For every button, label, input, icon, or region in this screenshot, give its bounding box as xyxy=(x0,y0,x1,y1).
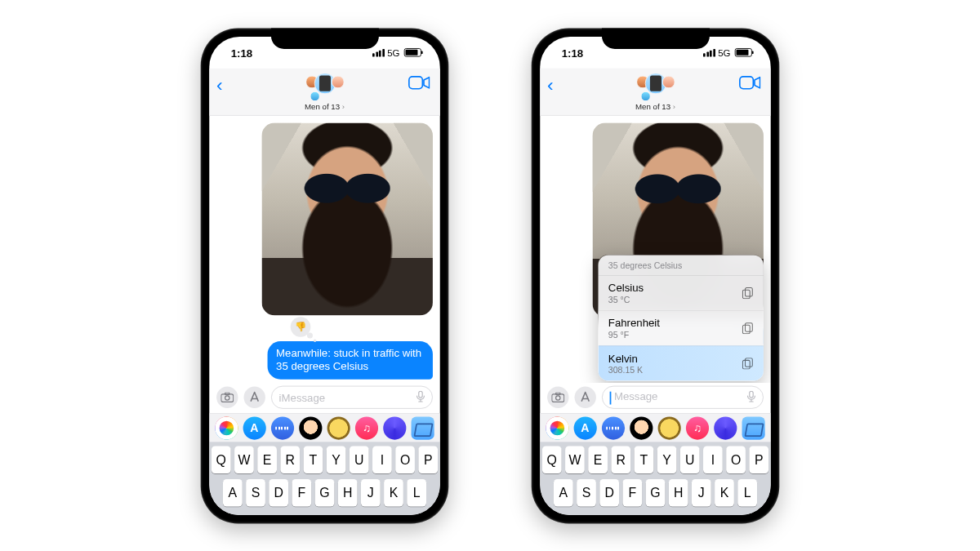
iphone-left: 1:18 5G ‹ Men of 13 xyxy=(201,28,449,523)
key-g[interactable]: G xyxy=(646,479,666,506)
app-strip[interactable] xyxy=(209,413,439,442)
conversion-row[interactable]: Fahrenheit 95 °F xyxy=(599,310,764,345)
back-button[interactable]: ‹ xyxy=(547,73,554,96)
app-swirl[interactable] xyxy=(383,416,406,439)
key-g[interactable]: G xyxy=(315,479,335,506)
keyboard-row-2: ASDFGHJKL xyxy=(542,479,768,506)
message-input[interactable]: iMessage xyxy=(271,385,433,408)
mic-icon[interactable] xyxy=(416,390,425,404)
key-p[interactable]: P xyxy=(749,446,768,473)
key-k[interactable]: K xyxy=(715,479,734,506)
key-y[interactable]: Y xyxy=(657,446,677,473)
key-f[interactable]: F xyxy=(622,479,642,506)
app-music[interactable] xyxy=(355,416,378,439)
header-center[interactable]: Men of 13 xyxy=(549,71,762,110)
key-o[interactable]: O xyxy=(726,446,746,473)
facetime-button[interactable] xyxy=(408,75,430,90)
conversion-row[interactable]: Celsius 35 °C xyxy=(599,275,764,310)
key-h[interactable]: H xyxy=(338,479,358,506)
app-animoji[interactable] xyxy=(327,416,350,439)
app-store[interactable] xyxy=(573,416,596,439)
text-cursor xyxy=(610,391,612,404)
app-memoji[interactable] xyxy=(630,416,653,439)
key-y[interactable]: Y xyxy=(327,446,346,473)
app-animoji[interactable] xyxy=(658,416,681,439)
notch xyxy=(602,28,710,49)
tapback-reaction[interactable]: 👎 xyxy=(291,316,311,335)
copy-icon[interactable] xyxy=(742,322,754,334)
key-l[interactable]: L xyxy=(407,479,426,506)
avatar xyxy=(310,91,319,100)
app-hashtag[interactable] xyxy=(412,416,434,439)
key-t[interactable]: T xyxy=(304,446,323,473)
avatar xyxy=(640,91,650,100)
key-r[interactable]: R xyxy=(611,446,630,473)
key-d[interactable]: D xyxy=(599,479,619,506)
unit-label: Celsius xyxy=(608,282,644,294)
app-photos[interactable] xyxy=(546,416,568,439)
copy-icon[interactable] xyxy=(742,358,754,369)
unit-label: Kelvin xyxy=(608,352,643,364)
copy-icon[interactable] xyxy=(742,287,754,299)
key-p[interactable]: P xyxy=(418,446,438,473)
back-button[interactable]: ‹ xyxy=(216,73,223,96)
key-u[interactable]: U xyxy=(680,446,700,473)
key-q[interactable]: Q xyxy=(212,446,231,473)
key-d[interactable]: D xyxy=(269,479,288,506)
group-avatar xyxy=(636,71,675,101)
key-j[interactable]: J xyxy=(361,479,381,506)
app-memoji[interactable] xyxy=(299,416,322,439)
key-q[interactable]: Q xyxy=(542,446,562,473)
key-l[interactable]: L xyxy=(737,479,757,506)
key-o[interactable]: O xyxy=(395,446,415,473)
mic-icon[interactable] xyxy=(747,390,756,404)
key-s[interactable]: S xyxy=(246,479,265,506)
app-hashtag[interactable] xyxy=(742,416,765,439)
keyboard[interactable]: QWERTYUIOP ASDFGHJKL xyxy=(209,442,439,515)
apps-button[interactable] xyxy=(575,386,596,407)
key-h[interactable]: H xyxy=(669,479,688,506)
keyboard[interactable]: QWERTYUIOP ASDFGHJKL xyxy=(540,442,770,515)
facetime-button[interactable] xyxy=(739,75,760,90)
compose-bar: iMessage xyxy=(209,382,439,413)
unit-conversion-popup[interactable]: 35 degrees Celsius Celsius 35 °C Fahrenh… xyxy=(599,255,764,380)
key-e[interactable]: E xyxy=(588,446,608,473)
app-audio[interactable] xyxy=(271,416,294,439)
key-e[interactable]: E xyxy=(257,446,277,473)
key-a[interactable]: A xyxy=(554,479,573,506)
apps-button[interactable] xyxy=(244,386,265,407)
app-strip[interactable] xyxy=(540,413,770,442)
message-input[interactable]: Message xyxy=(602,385,764,408)
key-u[interactable]: U xyxy=(350,446,369,473)
key-k[interactable]: K xyxy=(384,479,403,506)
key-s[interactable]: S xyxy=(577,479,596,506)
app-photos[interactable] xyxy=(215,416,238,439)
camera-button[interactable] xyxy=(547,386,568,407)
key-i[interactable]: I xyxy=(372,446,392,473)
svg-rect-9 xyxy=(742,325,750,334)
key-i[interactable]: I xyxy=(703,446,723,473)
header-center[interactable]: Men of 13 xyxy=(218,71,431,110)
app-swirl[interactable] xyxy=(714,416,737,439)
key-j[interactable]: J xyxy=(692,479,711,506)
svg-rect-4 xyxy=(419,390,422,397)
message-list[interactable]: 👎 Meanwhile: stuck in traffic with 35 de… xyxy=(209,115,439,381)
avatar xyxy=(662,75,675,88)
app-music[interactable] xyxy=(686,416,709,439)
photo-message[interactable] xyxy=(262,122,433,315)
key-f[interactable]: F xyxy=(292,479,311,506)
sent-message[interactable]: Meanwhile: stuck in traffic with 35 degr… xyxy=(268,340,433,379)
key-a[interactable]: A xyxy=(223,479,243,506)
message-list[interactable]: 35 degrees Celsius Celsius 35 °C Fahrenh… xyxy=(540,115,770,381)
key-r[interactable]: R xyxy=(280,446,300,473)
conversion-row-selected[interactable]: Kelvin 308.15 K xyxy=(599,345,764,380)
signal-icon xyxy=(372,48,385,56)
camera-button[interactable] xyxy=(216,386,238,407)
key-w[interactable]: W xyxy=(565,446,585,473)
appstore-icon xyxy=(248,390,261,403)
key-w[interactable]: W xyxy=(234,446,254,473)
app-audio[interactable] xyxy=(602,416,625,439)
chat-header: ‹ Men of 13 xyxy=(209,68,439,115)
key-t[interactable]: T xyxy=(635,446,654,473)
app-store[interactable] xyxy=(243,416,265,439)
